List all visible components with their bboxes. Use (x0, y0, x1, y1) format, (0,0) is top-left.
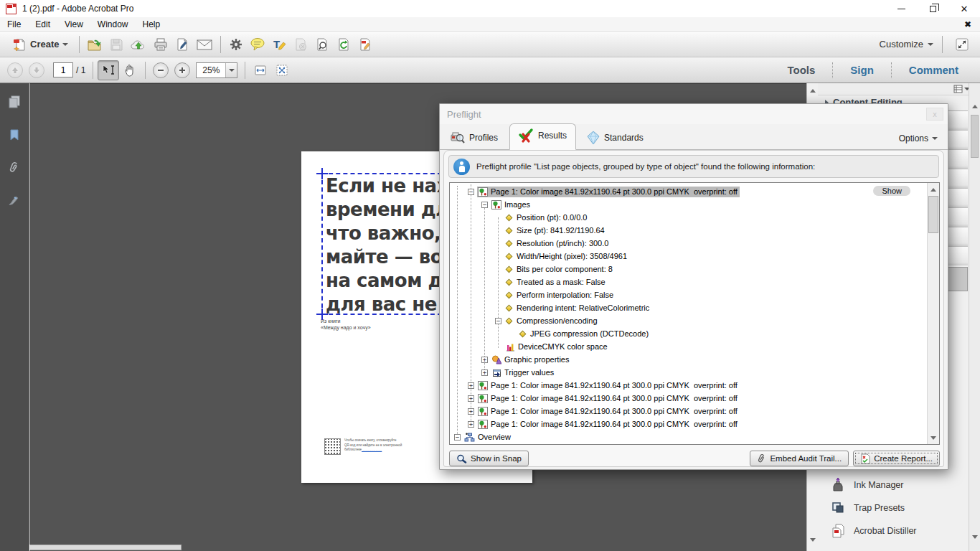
collapse-icon[interactable]: − (481, 202, 488, 208)
tree-row[interactable]: +Page 1: Color image 841.92x1190.64 pt 3… (450, 418, 928, 430)
page-thumbnails-button[interactable] (0, 88, 29, 116)
previous-page-button[interactable] (4, 60, 26, 80)
tab-results[interactable]: Results (509, 123, 576, 150)
tree-row[interactable]: +Page 1: Color image 841.92x1190.64 pt 3… (450, 379, 928, 392)
tools-tab[interactable]: Tools (776, 64, 826, 76)
tree-row[interactable]: Perform interpolation: False (450, 288, 928, 301)
tab-profiles[interactable]: Profiles (443, 127, 507, 149)
tree-row[interactable]: Position (pt): 0.0/0.0 (450, 211, 928, 224)
panel-options-button[interactable] (953, 85, 970, 93)
panel-vertical-scrollbar[interactable] (969, 83, 980, 551)
dialog-titlebar[interactable]: Preflight x (440, 104, 948, 124)
sticky-note-button[interactable] (247, 34, 268, 55)
comment-tab[interactable]: Comment (897, 64, 970, 76)
close-document-icon[interactable]: ✖ (964, 19, 971, 29)
scroll-down-icon[interactable] (807, 534, 819, 545)
select-tool-button[interactable] (98, 60, 119, 80)
open-button[interactable] (84, 34, 105, 55)
tree-row[interactable]: −Compression/encoding (450, 314, 928, 327)
create-button[interactable]: Create (6, 34, 75, 55)
expand-icon[interactable]: + (468, 421, 474, 428)
tree-row[interactable]: Rendering intent: RelativeColorimetric (450, 301, 928, 314)
options-menu[interactable]: Options (899, 133, 948, 149)
tree-row[interactable]: Bits per color component: 8 (450, 263, 928, 276)
close-button[interactable]: ✕ (948, 0, 980, 17)
tree-scrollbar[interactable] (927, 183, 939, 444)
menu-file[interactable]: File (0, 19, 28, 29)
expand-icon[interactable]: + (481, 369, 488, 376)
print-button[interactable] (150, 34, 171, 55)
zoom-in-button[interactable] (171, 60, 193, 80)
email-button[interactable] (193, 34, 216, 55)
collapse-icon[interactable]: − (468, 189, 474, 195)
page-markup-button[interactable] (354, 34, 376, 55)
panel-tool-acrobat-distiller[interactable]: Acrobat Distiller (818, 519, 968, 542)
menu-edit[interactable]: Edit (28, 19, 57, 29)
tree-row[interactable]: +Page 1: Color image 841.92x1190.64 pt 3… (450, 405, 928, 418)
menu-view[interactable]: View (57, 19, 90, 29)
expand-icon[interactable]: + (468, 395, 474, 402)
signatures-button[interactable] (0, 187, 29, 215)
panel-tool-trap-presets[interactable]: Trap Presets (818, 496, 968, 519)
panel-tool-ink-manager[interactable]: Ink Manager (818, 474, 968, 496)
highlight-button[interactable]: T (268, 34, 290, 55)
zoom-dropdown-button[interactable] (225, 63, 237, 77)
zoom-level-combo[interactable]: 25% (196, 62, 237, 78)
tree-row[interactable]: +Page 1: Color image 841.92x1190.64 pt 3… (450, 392, 928, 405)
collapse-icon[interactable]: − (454, 434, 461, 441)
bookmarks-button[interactable] (0, 121, 29, 149)
tab-standards[interactable]: Standards (579, 127, 652, 149)
tree-row[interactable]: −Page 1: Color image 841.92x1190.64 pt 3… (450, 185, 928, 198)
scrollbar-thumb[interactable] (928, 196, 938, 233)
qr-link[interactable]: ……………… (362, 448, 382, 451)
scroll-up-icon[interactable] (928, 184, 938, 195)
results-tree[interactable]: −Page 1: Color image 841.92x1190.64 pt 3… (449, 182, 940, 445)
next-page-button[interactable] (26, 60, 47, 80)
tree-row[interactable]: Treated as a mask: False (450, 276, 928, 288)
sign-tab[interactable]: Sign (839, 64, 885, 76)
scrollbar-thumb[interactable] (971, 115, 979, 158)
attachments-button[interactable] (0, 154, 29, 182)
scroll-down-icon[interactable] (969, 531, 980, 542)
expand-icon[interactable]: + (481, 357, 488, 363)
horizontal-scrollbar[interactable] (29, 545, 806, 550)
dialog-close-button[interactable]: x (926, 108, 943, 121)
show-button[interactable]: Show (873, 186, 910, 196)
restore-button[interactable] (917, 0, 948, 17)
scroll-up-icon[interactable] (969, 100, 980, 112)
tree-row[interactable]: Resolution (pt/inch): 300.0 (450, 237, 928, 250)
fill-sign-button[interactable] (171, 34, 193, 55)
embed-audit-trail-button[interactable]: Embed Audit Trail... (750, 451, 849, 466)
collapse-icon[interactable]: − (495, 318, 501, 324)
tree-row[interactable]: +Graphic properties (450, 353, 928, 366)
customize-label[interactable]: Customize (880, 39, 923, 50)
menu-window[interactable]: Window (90, 19, 136, 29)
scrollbar-thumb[interactable] (29, 545, 182, 550)
preferences-button[interactable] (225, 34, 247, 55)
zoom-out-button[interactable] (150, 60, 171, 80)
hand-tool-button[interactable] (119, 60, 141, 80)
scroll-up-icon[interactable] (807, 85, 819, 96)
expand-icon[interactable]: + (468, 382, 474, 389)
create-report-button[interactable]: Create Report... (853, 451, 940, 466)
tree-row[interactable]: DeviceCMYK color space (450, 340, 928, 353)
page-number-input[interactable] (53, 62, 73, 77)
page-search-button[interactable] (311, 34, 333, 55)
fit-page-button[interactable] (271, 60, 293, 80)
tree-row[interactable]: −Overview (450, 430, 928, 443)
page-delete-button[interactable] (290, 34, 311, 55)
minimize-button[interactable] (885, 0, 917, 17)
page-export-button[interactable] (333, 34, 354, 55)
show-in-snap-button[interactable]: Show in Snap (449, 451, 529, 466)
tree-row[interactable]: JPEG compression (DCTDecode) (450, 327, 928, 340)
tree-row[interactable]: Size (pt): 841.92/1190.64 (450, 224, 928, 237)
tree-row[interactable]: +Trigger values (450, 366, 928, 379)
menu-help[interactable]: Help (136, 19, 168, 29)
save-button[interactable] (105, 34, 127, 55)
scroll-down-icon[interactable] (928, 432, 938, 443)
fit-width-button[interactable] (250, 60, 271, 80)
expand-icon[interactable]: + (468, 408, 474, 415)
tree-row[interactable]: −Images (450, 198, 928, 211)
expand-toolbar-button[interactable] (951, 34, 973, 55)
tree-row[interactable]: Width/Height (pixel): 3508/4961 (450, 250, 928, 263)
